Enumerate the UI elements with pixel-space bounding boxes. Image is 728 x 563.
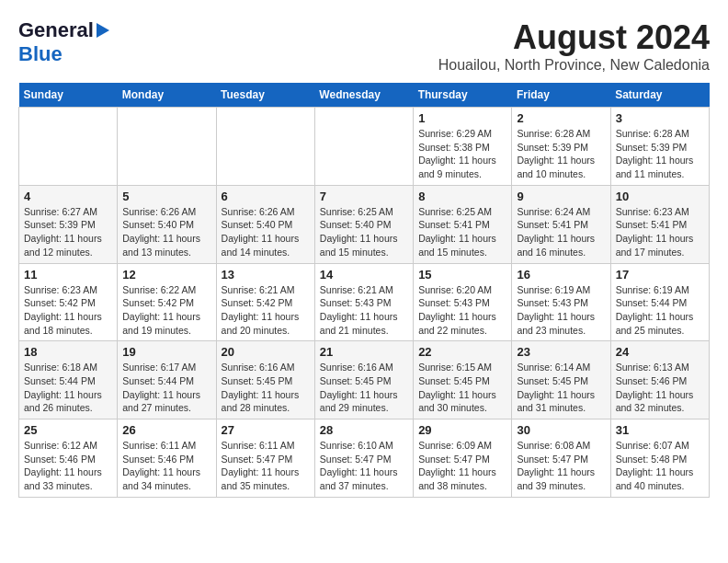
day-header-monday: Monday bbox=[118, 83, 216, 108]
day-info: Sunrise: 6:25 AMSunset: 5:40 PMDaylight:… bbox=[320, 205, 408, 259]
calendar-cell: 3Sunrise: 6:28 AMSunset: 5:39 PMDaylight… bbox=[610, 108, 709, 186]
day-number: 20 bbox=[222, 345, 310, 359]
calendar-cell: 9Sunrise: 6:24 AMSunset: 5:41 PMDaylight… bbox=[512, 185, 610, 263]
day-number: 7 bbox=[320, 190, 408, 203]
calendar-cell: 2Sunrise: 6:28 AMSunset: 5:39 PMDaylight… bbox=[512, 108, 610, 186]
calendar-table: SundayMondayTuesdayWednesdayThursdayFrid… bbox=[18, 83, 710, 498]
day-info: Sunrise: 6:11 AMSunset: 5:46 PMDaylight:… bbox=[122, 439, 210, 493]
calendar-cell: 13Sunrise: 6:21 AMSunset: 5:42 PMDayligh… bbox=[216, 263, 314, 341]
calendar-cell: 28Sunrise: 6:10 AMSunset: 5:47 PMDayligh… bbox=[314, 419, 413, 498]
month-title: August 2024 bbox=[438, 18, 710, 57]
day-info: Sunrise: 6:16 AMSunset: 5:45 PMDaylight:… bbox=[320, 361, 408, 415]
calendar-cell: 17Sunrise: 6:19 AMSunset: 5:44 PMDayligh… bbox=[610, 263, 709, 341]
day-number: 1 bbox=[418, 111, 506, 125]
logo-general: General bbox=[18, 18, 94, 42]
day-number: 6 bbox=[222, 190, 310, 203]
day-number: 2 bbox=[517, 111, 605, 125]
day-info: Sunrise: 6:29 AMSunset: 5:38 PMDaylight:… bbox=[418, 127, 506, 181]
calendar-cell bbox=[216, 108, 314, 186]
day-number: 31 bbox=[616, 423, 704, 437]
day-info: Sunrise: 6:22 AMSunset: 5:42 PMDaylight:… bbox=[122, 283, 210, 338]
day-number: 8 bbox=[418, 190, 506, 203]
day-header-sunday: Sunday bbox=[19, 83, 118, 108]
day-info: Sunrise: 6:23 AMSunset: 5:42 PMDaylight:… bbox=[24, 283, 112, 338]
day-info: Sunrise: 6:21 AMSunset: 5:42 PMDaylight:… bbox=[222, 283, 310, 338]
day-header-wednesday: Wednesday bbox=[314, 83, 413, 108]
day-info: Sunrise: 6:08 AMSunset: 5:47 PMDaylight:… bbox=[517, 439, 605, 493]
calendar-cell: 21Sunrise: 6:16 AMSunset: 5:45 PMDayligh… bbox=[314, 341, 413, 419]
day-number: 21 bbox=[320, 345, 408, 359]
day-number: 12 bbox=[122, 268, 210, 282]
day-number: 22 bbox=[418, 345, 506, 359]
day-number: 25 bbox=[24, 423, 112, 437]
day-number: 13 bbox=[222, 268, 310, 282]
calendar-cell: 18Sunrise: 6:18 AMSunset: 5:44 PMDayligh… bbox=[19, 341, 118, 419]
day-number: 5 bbox=[122, 190, 210, 203]
day-info: Sunrise: 6:10 AMSunset: 5:47 PMDaylight:… bbox=[320, 439, 408, 493]
week-row-1: 1Sunrise: 6:29 AMSunset: 5:38 PMDaylight… bbox=[19, 108, 710, 186]
calendar-cell: 12Sunrise: 6:22 AMSunset: 5:42 PMDayligh… bbox=[118, 263, 216, 341]
day-number: 18 bbox=[24, 345, 112, 359]
day-info: Sunrise: 6:19 AMSunset: 5:43 PMDaylight:… bbox=[517, 283, 605, 338]
day-info: Sunrise: 6:25 AMSunset: 5:41 PMDaylight:… bbox=[418, 205, 506, 259]
calendar-cell: 29Sunrise: 6:09 AMSunset: 5:47 PMDayligh… bbox=[414, 419, 512, 498]
day-info: Sunrise: 6:27 AMSunset: 5:39 PMDaylight:… bbox=[24, 205, 112, 259]
day-number: 4 bbox=[24, 190, 112, 203]
day-info: Sunrise: 6:19 AMSunset: 5:44 PMDaylight:… bbox=[616, 283, 704, 338]
location-subtitle: Houailou, North Province, New Caledonia bbox=[438, 57, 710, 74]
day-info: Sunrise: 6:28 AMSunset: 5:39 PMDaylight:… bbox=[616, 127, 704, 181]
day-number: 29 bbox=[418, 423, 506, 437]
calendar-cell bbox=[19, 108, 118, 186]
calendar-cell: 20Sunrise: 6:16 AMSunset: 5:45 PMDayligh… bbox=[216, 341, 314, 419]
day-info: Sunrise: 6:26 AMSunset: 5:40 PMDaylight:… bbox=[122, 205, 210, 259]
day-number: 24 bbox=[616, 345, 704, 359]
calendar-cell bbox=[118, 108, 216, 186]
day-number: 23 bbox=[517, 345, 605, 359]
day-header-thursday: Thursday bbox=[414, 83, 512, 108]
calendar-cell: 25Sunrise: 6:12 AMSunset: 5:46 PMDayligh… bbox=[19, 419, 118, 498]
week-row-2: 4Sunrise: 6:27 AMSunset: 5:39 PMDaylight… bbox=[19, 185, 710, 263]
calendar-cell: 10Sunrise: 6:23 AMSunset: 5:41 PMDayligh… bbox=[610, 185, 709, 263]
calendar-cell: 14Sunrise: 6:21 AMSunset: 5:43 PMDayligh… bbox=[314, 263, 413, 341]
calendar-cell: 11Sunrise: 6:23 AMSunset: 5:42 PMDayligh… bbox=[19, 263, 118, 341]
day-header-friday: Friday bbox=[512, 83, 610, 108]
calendar-cell: 30Sunrise: 6:08 AMSunset: 5:47 PMDayligh… bbox=[512, 419, 610, 498]
week-row-3: 11Sunrise: 6:23 AMSunset: 5:42 PMDayligh… bbox=[19, 263, 710, 341]
calendar-cell: 31Sunrise: 6:07 AMSunset: 5:48 PMDayligh… bbox=[610, 419, 709, 498]
day-info: Sunrise: 6:13 AMSunset: 5:46 PMDaylight:… bbox=[616, 361, 704, 415]
calendar-cell: 1Sunrise: 6:29 AMSunset: 5:38 PMDaylight… bbox=[414, 108, 512, 186]
day-header-saturday: Saturday bbox=[610, 83, 709, 108]
day-info: Sunrise: 6:23 AMSunset: 5:41 PMDaylight:… bbox=[616, 205, 704, 259]
day-info: Sunrise: 6:15 AMSunset: 5:45 PMDaylight:… bbox=[418, 361, 506, 415]
calendar-cell: 27Sunrise: 6:11 AMSunset: 5:47 PMDayligh… bbox=[216, 419, 314, 498]
calendar-cell: 7Sunrise: 6:25 AMSunset: 5:40 PMDaylight… bbox=[314, 185, 413, 263]
week-row-4: 18Sunrise: 6:18 AMSunset: 5:44 PMDayligh… bbox=[19, 341, 710, 419]
day-number: 16 bbox=[517, 268, 605, 282]
day-info: Sunrise: 6:12 AMSunset: 5:46 PMDaylight:… bbox=[24, 439, 112, 493]
calendar-cell: 26Sunrise: 6:11 AMSunset: 5:46 PMDayligh… bbox=[118, 419, 216, 498]
calendar-cell: 19Sunrise: 6:17 AMSunset: 5:44 PMDayligh… bbox=[118, 341, 216, 419]
day-info: Sunrise: 6:16 AMSunset: 5:45 PMDaylight:… bbox=[222, 361, 310, 415]
day-info: Sunrise: 6:28 AMSunset: 5:39 PMDaylight:… bbox=[517, 127, 605, 181]
day-number: 15 bbox=[418, 268, 506, 282]
day-info: Sunrise: 6:09 AMSunset: 5:47 PMDaylight:… bbox=[418, 439, 506, 493]
day-number: 28 bbox=[320, 423, 408, 437]
logo: General Blue bbox=[18, 18, 109, 66]
calendar-cell: 22Sunrise: 6:15 AMSunset: 5:45 PMDayligh… bbox=[414, 341, 512, 419]
day-info: Sunrise: 6:17 AMSunset: 5:44 PMDaylight:… bbox=[122, 361, 210, 415]
calendar-cell: 15Sunrise: 6:20 AMSunset: 5:43 PMDayligh… bbox=[414, 263, 512, 341]
day-info: Sunrise: 6:26 AMSunset: 5:40 PMDaylight:… bbox=[222, 205, 310, 259]
day-info: Sunrise: 6:18 AMSunset: 5:44 PMDaylight:… bbox=[24, 361, 112, 415]
day-number: 10 bbox=[616, 190, 704, 203]
day-info: Sunrise: 6:24 AMSunset: 5:41 PMDaylight:… bbox=[517, 205, 605, 259]
day-header-tuesday: Tuesday bbox=[216, 83, 314, 108]
day-number: 27 bbox=[222, 423, 310, 437]
day-number: 14 bbox=[320, 268, 408, 282]
logo-arrow-icon bbox=[97, 23, 109, 38]
calendar-cell: 23Sunrise: 6:14 AMSunset: 5:45 PMDayligh… bbox=[512, 341, 610, 419]
day-number: 17 bbox=[616, 268, 704, 282]
day-number: 9 bbox=[517, 190, 605, 203]
calendar-cell bbox=[314, 108, 413, 186]
calendar-cell: 6Sunrise: 6:26 AMSunset: 5:40 PMDaylight… bbox=[216, 185, 314, 263]
day-number: 30 bbox=[517, 423, 605, 437]
